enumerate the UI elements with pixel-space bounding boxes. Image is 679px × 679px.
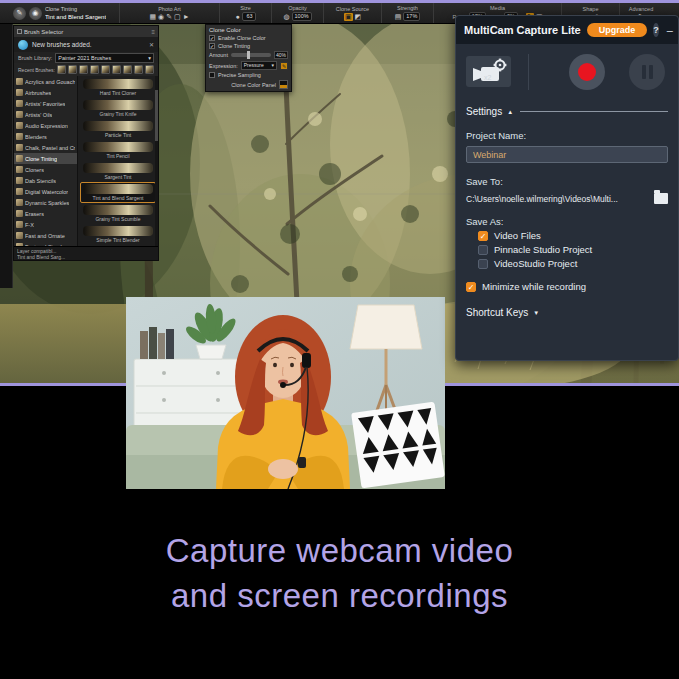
brush-category-item[interactable]: Fast and Ornate [14, 230, 77, 241]
strength-value[interactable]: 17% [403, 12, 420, 21]
gradient-tool[interactable] [1, 195, 12, 207]
expression-settings-icon[interactable]: ✎ [280, 62, 288, 70]
size-icon[interactable]: ● [235, 13, 239, 21]
record-button[interactable] [569, 54, 605, 90]
clone-source-active-icon[interactable]: ▣ [344, 13, 353, 21]
help-icon[interactable]: ? [653, 23, 659, 37]
brush-variant-item[interactable]: Grainy Tint Scumble [80, 203, 156, 224]
photo-art-play-icon[interactable]: ► [183, 13, 190, 21]
project-name-input[interactable] [466, 146, 668, 163]
recent-brush-thumbnail[interactable] [90, 65, 99, 74]
recent-brush-thumbnail[interactable] [112, 65, 121, 74]
panel-menu-icon[interactable]: ≡ [151, 29, 155, 35]
eraser-tool[interactable] [1, 156, 12, 168]
clone-color-option[interactable]: Clone Tinting [209, 43, 288, 49]
brush-category-item[interactable]: Audio Expression [14, 120, 77, 131]
photo-art-grid-icon[interactable]: ▦ [149, 13, 156, 21]
photo-art-target-icon[interactable]: ◉ [158, 13, 164, 21]
amount-value[interactable]: 40% [274, 51, 288, 59]
clone-color-option[interactable]: Enable Clone Color [209, 35, 288, 41]
save-as-option[interactable]: Pinnacle Studio Project [478, 244, 668, 255]
recent-brush-thumbnail[interactable] [101, 65, 110, 74]
recent-brush-thumbnail[interactable] [68, 65, 77, 74]
rotate-tool[interactable] [1, 234, 12, 246]
crop-tool[interactable] [1, 65, 12, 77]
zoom-tool[interactable] [1, 182, 12, 194]
brush-category-item[interactable]: Erasers [14, 208, 77, 219]
brush-variant-item[interactable]: Tint Pencil [80, 140, 156, 161]
checkbox[interactable] [478, 245, 488, 255]
cloner-tool[interactable] [1, 39, 12, 51]
brush-selector-titlebar[interactable]: Brush Selector ≡ [14, 26, 158, 37]
checkbox[interactable] [209, 43, 215, 49]
brush-library-dropdown[interactable]: Painter 2021 Brushes ▾ [55, 53, 154, 63]
brush-category-item[interactable]: Artists' Favorites [14, 98, 77, 109]
scissors-tool[interactable] [1, 117, 12, 129]
dropper-tool[interactable] [1, 52, 12, 64]
checkbox[interactable] [478, 259, 488, 269]
shortcut-keys-toggle[interactable]: Shortcut Keys ▼ [466, 307, 668, 318]
text-tool[interactable] [1, 104, 12, 116]
brush-variant-item[interactable]: Tint and Blend Sargent [80, 182, 156, 203]
brush-category-item[interactable]: Clone Tinting [14, 153, 77, 164]
magic-wand-tool[interactable] [1, 78, 12, 90]
minimize-icon[interactable]: – [665, 24, 675, 36]
brush-category-item[interactable]: Dab Stencils [14, 175, 77, 186]
recent-brush-thumbnail[interactable] [123, 65, 132, 74]
brush-category-icon[interactable]: ✎ [13, 7, 26, 20]
precise-sampling-option[interactable]: Precise Sampling [209, 72, 288, 78]
active-brush-info[interactable]: ✎ ◉ Clone Tinting Tint and Blend Sargent [0, 3, 120, 23]
checkbox[interactable] [478, 231, 488, 241]
recent-brush-thumbnail[interactable] [57, 65, 66, 74]
clone-color-panel-button[interactable]: Clone Color Panel [231, 82, 276, 88]
brush-category-item[interactable]: Cloners [14, 164, 77, 175]
clone-source-alt-icon[interactable]: ◩ [355, 13, 362, 21]
mixer-tool[interactable] [1, 221, 12, 233]
brush-variant-item[interactable]: Sargent Tint [80, 161, 156, 182]
photo-art-frame-icon[interactable]: ▢ [174, 13, 181, 21]
notification-close-icon[interactable]: ✕ [149, 41, 154, 48]
brush-variant-item[interactable]: Particle Tint [80, 119, 156, 140]
opacity-icon[interactable]: ◍ [283, 13, 289, 21]
checkbox[interactable] [466, 282, 476, 292]
brush-category-item[interactable]: Digital Watercolor [14, 186, 77, 197]
size-value[interactable]: 63 [242, 12, 256, 21]
folder-browse-icon[interactable] [654, 193, 668, 204]
brush-category-item[interactable]: Blenders [14, 131, 77, 142]
target-tool[interactable] [1, 208, 12, 220]
grid-tool[interactable] [1, 247, 12, 259]
brush-tool[interactable] [1, 26, 12, 38]
scrollbar[interactable] [155, 76, 158, 246]
minimize-while-recording-option[interactable]: Minimize while recording [466, 281, 668, 292]
amount-slider[interactable] [231, 53, 271, 57]
expression-dropdown[interactable]: Pressure ▾ [241, 61, 277, 70]
recent-brush-thumbnail[interactable] [145, 65, 154, 74]
save-as-option[interactable]: Video Files [478, 230, 668, 241]
brush-variant-icon[interactable]: ◉ [29, 7, 42, 20]
save-as-option[interactable]: VideoStudio Project [478, 258, 668, 269]
shape-tool[interactable] [1, 130, 12, 142]
brush-category-item[interactable]: Acrylics and Gouache [14, 76, 77, 87]
lasso-tool[interactable] [1, 91, 12, 103]
brush-category-item[interactable]: Airbrushes [14, 87, 77, 98]
opacity-value[interactable]: 100% [292, 12, 312, 21]
upgrade-button[interactable]: Upgrade [587, 23, 648, 37]
photo-art-pencil-icon[interactable]: ✎ [166, 13, 172, 21]
clone-color-panel-icon[interactable] [279, 80, 288, 89]
paint-tool[interactable] [1, 143, 12, 155]
strength-icon[interactable]: ▤ [395, 13, 402, 21]
brush-category-item[interactable]: F-X [14, 219, 77, 230]
checkbox[interactable] [209, 35, 215, 41]
recent-brush-thumbnail[interactable] [79, 65, 88, 74]
capture-sources-button[interactable]: x2 [466, 56, 511, 87]
pause-button[interactable] [629, 54, 665, 90]
brush-variant-item[interactable]: Hard Tint Cloner [80, 77, 156, 98]
brush-category-item[interactable]: Dynamic Sparkles [14, 197, 77, 208]
brush-variant-item[interactable]: Simple Tint Blender [80, 224, 156, 245]
settings-toggle[interactable]: Settings ▲ [466, 106, 668, 117]
checkbox[interactable] [209, 72, 215, 78]
layer-tool[interactable] [1, 169, 12, 181]
multicam-titlebar[interactable]: MultiCam Capture Lite Upgrade ? – ✕ [456, 16, 678, 44]
recent-brush-thumbnail[interactable] [134, 65, 143, 74]
brush-category-item[interactable]: Chalk, Pastel and Crayons [14, 142, 77, 153]
